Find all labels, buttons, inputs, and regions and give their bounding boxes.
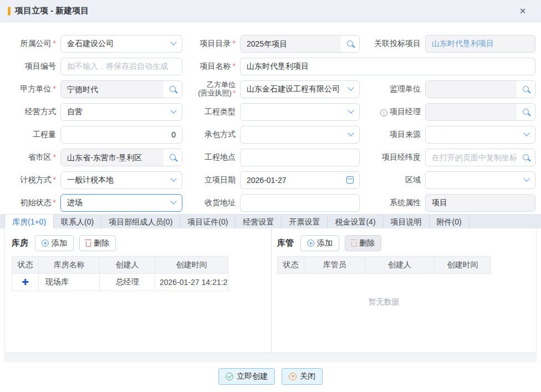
close-button[interactable]: 关闭 (282, 368, 323, 385)
region-select[interactable] (425, 171, 535, 189)
chevron-down-icon (170, 39, 176, 45)
search-icon (347, 40, 353, 47)
warehouse-table-header: 状态 库房名称 创建人 创建时间 (12, 257, 228, 274)
project-source-label: 项目来源 (363, 130, 425, 139)
tab-project-description[interactable]: 项目说明 (384, 215, 430, 228)
plus-status-icon[interactable]: ✚ (22, 277, 29, 287)
region-label: 区域 (363, 175, 425, 184)
search-icon (170, 86, 176, 92)
keeper-add-button[interactable]: 添加 (300, 235, 339, 251)
initiation-date-label: 立项日期 (186, 175, 240, 184)
search-icon (523, 86, 529, 92)
engineering-type-select[interactable] (240, 103, 360, 121)
warehouse-panel-title: 库房 (12, 238, 28, 248)
project-catalog-field[interactable]: 2025年项目 (240, 35, 360, 53)
warehouse-tab-content: 库房 添加 删除 状态 库房名称 创建人 创建时间 (4, 228, 537, 353)
engineering-type-label: 工程类型 (186, 107, 240, 116)
project-source-select[interactable] (425, 126, 535, 144)
chevron-down-icon (348, 107, 354, 113)
table-row[interactable]: ✚ 现场库 总经理 2026-01-27 14:21:21 (12, 274, 228, 291)
delivery-address-label: 收货地址 (186, 198, 240, 207)
project-name-label: 项目名称 (186, 62, 240, 70)
system-attribute-label: 系统属性 (363, 198, 425, 207)
work-quantity-label: 工程量 (2, 130, 60, 139)
contracting-mode-label: 承包方式 (186, 130, 240, 139)
warehouse-table: 状态 库房名称 创建人 创建时间 ✚ 现场库 总经理 2026-01-27 14… (12, 256, 228, 291)
supervision-unit-label: 监理单位 (363, 84, 425, 93)
tax-method-select[interactable]: 一般计税本地 (60, 171, 182, 189)
supervision-unit-field[interactable] (425, 80, 535, 98)
search-icon (523, 109, 529, 115)
chevron-down-icon (170, 107, 176, 113)
province-city-label: 省市区 (2, 152, 60, 161)
project-location-input[interactable] (240, 149, 360, 166)
project-no-input[interactable]: 如不输入，将保存后自动生成 (60, 58, 182, 75)
chevron-down-icon (523, 130, 529, 136)
add-icon (42, 240, 49, 247)
business-mode-label: 经营方式 (2, 107, 60, 116)
initiation-date-picker[interactable]: 2026-01-27 (240, 171, 360, 189)
tab-contacts[interactable]: 联系人(0) (54, 215, 101, 228)
project-location-label: 工程地点 (186, 152, 240, 161)
project-name-input[interactable]: 山东时代垦利项目 (240, 58, 535, 75)
keeper-delete-button[interactable]: 删除 (345, 235, 381, 251)
related-bid-project-field[interactable]: 山东时代垦利项目 (425, 35, 535, 53)
party-b-select[interactable]: 山东金石建设工程有限公司 (240, 80, 360, 98)
work-quantity-input[interactable]: 0 (60, 126, 182, 144)
page-title: 项目立项 - 新建项目 (15, 6, 89, 16)
keeper-panel-title: 库管 (277, 238, 294, 248)
keeper-table-header: 状态 库管员 创建人 创建时间 (278, 257, 491, 274)
tab-department-members[interactable]: 项目部组成人员(0) (101, 215, 180, 228)
create-now-button[interactable]: 立即创建 (218, 368, 275, 385)
tab-project-certificates[interactable]: 项目证件(0) (180, 215, 236, 228)
initial-status-label: 初始状态 (2, 198, 60, 207)
keeper-table: 状态 库管员 创建人 创建时间 (277, 256, 491, 274)
trash-icon (351, 242, 356, 247)
close-icon[interactable]: ✕ (517, 6, 529, 16)
title-marker-icon (8, 7, 11, 16)
chevron-down-icon (348, 84, 354, 90)
info-icon (380, 109, 387, 116)
project-manager-field[interactable] (425, 103, 535, 121)
tab-business-settings[interactable]: 经营设置 (236, 215, 282, 228)
contracting-mode-select[interactable] (240, 126, 360, 144)
system-attribute-field: 项目 (425, 194, 535, 212)
warehouse-add-button[interactable]: 添加 (35, 235, 74, 251)
related-bid-project-label: 关联投标项目 (363, 39, 425, 48)
tab-warehouse[interactable]: 库房(1+0) (4, 215, 54, 228)
tab-invoice-settings[interactable]: 开票设置 (282, 215, 328, 228)
warehouse-panel: 库房 添加 删除 状态 库房名称 创建人 创建时间 (5, 228, 271, 353)
check-circle-icon (226, 373, 233, 380)
add-icon (307, 240, 314, 247)
chevron-down-icon (170, 198, 176, 204)
warehouse-delete-button[interactable]: 删除 (79, 235, 116, 251)
project-form: 所属公司 金石建设公司 项目目录 2025年项目 关联投标项目 山东时代垦利项目… (0, 22, 541, 214)
chevron-down-icon (348, 130, 354, 136)
company-label: 所属公司 (2, 39, 60, 48)
coordinates-field[interactable]: 在打开的页面中复制坐标点 (425, 149, 535, 166)
tax-method-label: 计税方式 (2, 175, 60, 184)
delivery-address-input[interactable] (240, 194, 360, 212)
footer-divider (4, 353, 537, 361)
party-a-field[interactable]: 宁德时代 (60, 80, 182, 98)
tab-tax-settings[interactable]: 税金设置(4) (328, 215, 383, 228)
business-mode-select[interactable]: 自营 (60, 103, 182, 121)
detail-tabs: 库房(1+0) 联系人(0) 项目部组成人员(0) 项目证件(0) 经营设置 开… (0, 214, 541, 228)
project-manager-label: 项目经理 (363, 107, 425, 117)
province-city-field[interactable]: 山东省-东营市-垦利区 (60, 149, 182, 166)
calendar-icon (346, 176, 354, 184)
company-select[interactable]: 金石建设公司 (60, 35, 182, 53)
dialog-header: 项目立项 - 新建项目 ✕ (0, 0, 541, 22)
search-icon (523, 154, 529, 160)
coordinates-label: 项目经纬度 (363, 152, 425, 161)
initial-status-select[interactable]: 进场 (60, 194, 182, 212)
search-icon (170, 154, 176, 160)
trash-icon (86, 242, 91, 247)
project-no-label: 项目编号 (2, 62, 60, 70)
party-b-label: 乙方单位 (营业执照) (186, 81, 240, 98)
x-circle-icon (289, 373, 297, 380)
tab-attachments[interactable]: 附件(0) (430, 215, 469, 228)
project-catalog-label: 项目目录 (186, 39, 240, 48)
chevron-down-icon (170, 175, 176, 181)
party-a-label: 甲方单位 (2, 84, 60, 93)
